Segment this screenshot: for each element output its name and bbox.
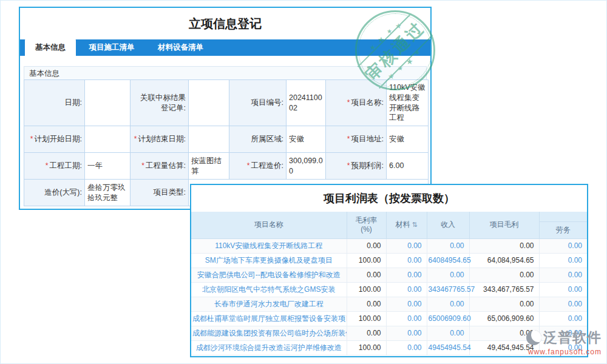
field-label-text: 工程量估算: xyxy=(146,161,186,170)
field-label-text: 关联中标结果登记单: xyxy=(140,93,186,112)
field-value-date[interactable] xyxy=(85,80,131,126)
field-value-duration[interactable]: 一年 xyxy=(85,153,131,180)
project-name-link[interactable]: 长春市伊通河水力发电厂改建工程 xyxy=(191,297,347,311)
field-label-text: 计划开始日期: xyxy=(35,135,82,143)
field-label-project-name: *项目名称: xyxy=(326,80,387,126)
field-label-bid-result: 关联中标结果登记单: xyxy=(131,80,189,126)
gross-margin-cell: 100.00 xyxy=(347,282,386,297)
material-cell: 0.00 xyxy=(386,253,427,268)
field-label-text: 项目类型: xyxy=(154,188,186,197)
col-header-material[interactable]: 材料⇅ xyxy=(386,212,427,238)
project-gross-profit-cell: 64,084,954.65 xyxy=(469,253,539,268)
fanpu-logo-icon xyxy=(526,330,541,345)
field-label-project-no: 项目编号: xyxy=(229,80,287,126)
table-row: 长春市伊通河水力发电厂改建工程 0.00 0.00 0.00 0.00 0.00 xyxy=(191,297,587,311)
col-header-project-gross-profit[interactable]: 项目毛利 xyxy=(469,212,539,238)
material-cell: 0.00 xyxy=(386,282,427,297)
sort-icon[interactable]: ⇅ xyxy=(412,221,417,228)
required-mark: * xyxy=(247,161,250,170)
table-row: 成都杜甫草堂临时展厅独立展柜报警设备安装项目 100.00 0.00 65006… xyxy=(191,311,587,326)
field-value-project-no[interactable]: 2024110002 xyxy=(287,80,326,126)
gross-margin-cell: 100.00 xyxy=(347,340,386,355)
field-label-plan-start: *计划开始日期: xyxy=(24,126,85,153)
tab-construction-list[interactable]: 项目施工清单 xyxy=(78,39,144,56)
table-row: 安徽合肥供电公司--配电设备检修维护和改造 0.00 0.00 0.00 0.0… xyxy=(191,268,587,282)
field-value-expected-profit[interactable]: 6.00 xyxy=(387,153,429,180)
tab-basic-info[interactable]: 基本信息 xyxy=(25,38,76,56)
project-gross-profit-cell: 0.00 xyxy=(469,297,539,311)
field-value-project-cost[interactable]: 300,099.00 xyxy=(287,153,326,180)
field-value-region[interactable]: 安徽 xyxy=(287,126,326,153)
field-value-plan-start[interactable] xyxy=(85,126,131,153)
field-label-expected-profit: *预期利润: xyxy=(326,153,387,180)
gross-margin-cell: 100.00 xyxy=(347,253,386,268)
material-cell: 0.00 xyxy=(386,340,427,355)
field-label-text: 项目名称: xyxy=(351,98,384,107)
material-cell: 0.00 xyxy=(386,297,427,311)
field-label-cost-in-words: 造价(大写): xyxy=(24,180,85,206)
field-label-plan-end: *计划结束日期: xyxy=(131,126,189,153)
gross-margin-cell: 0.00 xyxy=(347,297,386,311)
field-label-text: 计划结束日期: xyxy=(138,135,186,143)
income-cell: 64084954.65 xyxy=(427,253,469,268)
labor-cell: 0.00 xyxy=(539,238,587,253)
col-header-labor[interactable]: 劳务 xyxy=(539,221,587,238)
project-name-link[interactable]: 成都能源建设集团投资有限公司临时办公场所装修改 xyxy=(191,326,347,340)
labor-cell: 0.00 xyxy=(539,311,587,326)
gross-margin-cell: 0.00 xyxy=(347,326,386,340)
required-mark: * xyxy=(30,135,33,143)
col-header-project-name[interactable]: 项目名称 xyxy=(191,212,347,238)
field-label-project-cost: *工程造价: xyxy=(229,153,287,180)
project-name-link[interactable]: 北京朝阳区电气中芯特气系统之GMS安装 xyxy=(191,282,347,297)
field-value-project-name[interactable]: 110kV安徽线程集变开断线路工程 xyxy=(387,80,429,126)
vendor-watermark: 泛普软件 www.fanpusoft.com xyxy=(526,328,602,356)
field-value-cost-in-words[interactable]: 叁拾万零玖拾玖元整 xyxy=(85,180,131,206)
field-value-quantity-estimate[interactable]: 按蓝图结算 xyxy=(189,153,229,180)
col-header-income[interactable]: 收入 xyxy=(427,212,469,238)
income-cell: 0.00 xyxy=(427,268,469,282)
field-label-text: 项目编号: xyxy=(251,98,283,107)
gross-margin-cell: 0.00 xyxy=(347,238,386,253)
col-header-group-empty xyxy=(539,212,587,221)
project-gross-profit-cell: 0.00 xyxy=(469,238,539,253)
labor-cell: 0.00 xyxy=(539,253,587,268)
tab-bar: 基本信息 项目施工清单 材料设备清单 xyxy=(20,39,430,56)
project-gross-profit-cell: 343,467,765.57 xyxy=(469,282,539,297)
field-label-region: 所属区域: xyxy=(229,126,287,153)
page-title: 立项信息登记 xyxy=(20,16,430,32)
field-label-text: 工程工期: xyxy=(50,161,82,170)
labor-cell: 0.00 xyxy=(539,297,587,311)
required-mark: * xyxy=(141,161,144,170)
project-name-link[interactable]: 110kV安徽线程集变开断线路工程 xyxy=(191,238,347,253)
income-cell: 0.00 xyxy=(427,297,469,311)
material-cell: 0.00 xyxy=(386,238,427,253)
project-name-link[interactable]: 成都沙河环境综合提升改造运河护岸维修改造 xyxy=(191,340,347,355)
field-value-plan-end[interactable] xyxy=(189,126,229,153)
tab-material-equipment-list[interactable]: 材料设备清单 xyxy=(148,39,214,56)
material-cell: 0.00 xyxy=(386,311,427,326)
field-label-date: 日期: xyxy=(24,80,85,126)
required-mark: * xyxy=(347,98,350,107)
col-header-gross-margin[interactable]: 毛利率(%) xyxy=(347,212,386,238)
project-name-link[interactable]: 安徽合肥供电公司--配电设备检修维护和改造 xyxy=(191,268,347,282)
required-mark: * xyxy=(134,135,137,143)
field-label-text: 日期: xyxy=(65,98,82,107)
income-cell: 343467765.57 xyxy=(427,282,469,297)
field-label-text: 预期利润: xyxy=(351,161,384,170)
project-name-link[interactable]: 成都杜甫草堂临时展厅独立展柜报警设备安装项目 xyxy=(191,311,347,326)
page: 立项信息登记 基本信息 项目施工清单 材料设备清单 基本信息 日期: 关联中标结… xyxy=(0,0,607,364)
field-label-duration: *工程工期: xyxy=(24,153,85,180)
table-row: SM广场地下车库更换摄像机及硬盘项目 100.00 0.00 64084954.… xyxy=(191,253,587,268)
field-value-project-address[interactable]: 安徽 xyxy=(387,126,429,153)
income-cell: 0.00 xyxy=(427,238,469,253)
field-value-bid-result[interactable] xyxy=(189,80,229,126)
material-cell: 0.00 xyxy=(386,268,427,282)
project-name-link[interactable]: SM广场地下车库更换摄像机及硬盘项目 xyxy=(191,253,347,268)
labor-cell: 0.00 xyxy=(539,268,587,282)
project-gross-profit-cell: 65,006,909.60 xyxy=(469,311,539,326)
project-gross-profit-cell: 0.00 xyxy=(469,268,539,282)
income-cell: 0.00 xyxy=(427,326,469,340)
col-header-material-label: 材料 xyxy=(395,220,410,229)
field-label-text: 所属区域: xyxy=(251,135,283,143)
gross-margin-cell: 0.00 xyxy=(347,268,386,282)
